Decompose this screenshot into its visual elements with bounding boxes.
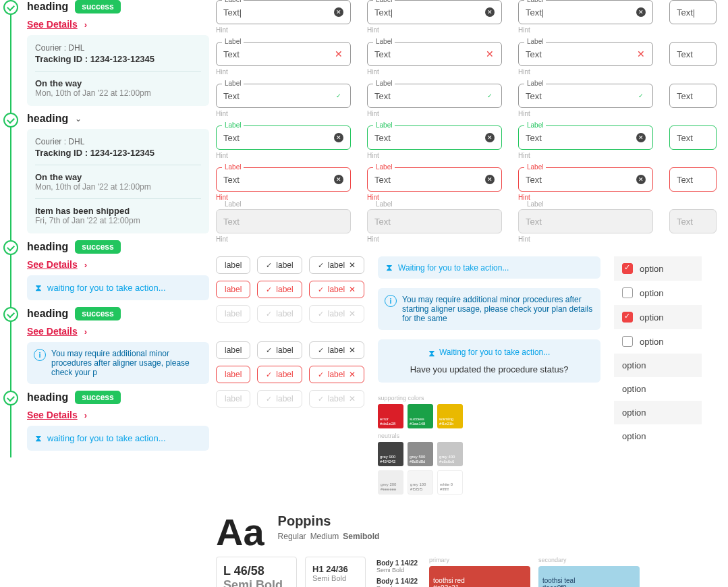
chip-disabled: label <box>216 390 250 408</box>
swatch-white: white 0#ffffff <box>437 470 463 495</box>
chip[interactable]: label <box>216 256 250 274</box>
swatch-grey200: grey 200#eeeeee <box>378 470 403 495</box>
text-field[interactable]: LabelText|✕ <box>216 0 351 24</box>
option-item[interactable]: option <box>614 401 702 424</box>
text-field-error[interactable]: LabelText✕ <box>216 167 351 192</box>
chip-disabled: ✓label <box>257 390 302 408</box>
error-x-icon[interactable]: ✕ <box>334 49 343 59</box>
swatch-grey500: grey 500#8d8d8d <box>408 442 433 466</box>
text-field[interactable]: Text| <box>669 0 717 24</box>
chip-red-check[interactable]: ✓label <box>257 366 302 383</box>
chip-disabled: ✓label✕ <box>309 390 364 408</box>
chip-check[interactable]: ✓label <box>257 256 302 274</box>
check-icon <box>3 307 18 322</box>
option-item[interactable]: option <box>614 329 702 354</box>
chip-check-close[interactable]: ✓label✕ <box>309 341 364 359</box>
error-x-icon[interactable]: ✕ <box>636 49 646 59</box>
chip-red-check-close[interactable]: ✓label✕ <box>309 366 364 383</box>
chip-red-check-close[interactable]: ✓label✕ <box>309 281 364 298</box>
chevron-right-icon: › <box>84 410 87 420</box>
text-field-error[interactable]: Text <box>669 167 717 192</box>
text-field[interactable]: LabelText|✕ <box>518 0 653 24</box>
chip-disabled: ✓label✕ <box>309 305 364 323</box>
swatch-success: success#1aa148 <box>408 404 433 428</box>
swatch-warning: warning#f1c21b <box>437 404 463 428</box>
swatch-error: error#da1e28 <box>378 404 403 428</box>
see-details-link[interactable]: See Details <box>27 326 78 337</box>
clear-icon[interactable]: ✕ <box>334 133 343 142</box>
chip[interactable]: label <box>216 341 250 359</box>
chip-disabled: ✓label <box>257 305 302 323</box>
option-item[interactable]: option <box>614 305 702 329</box>
chip-check[interactable]: ✓label <box>257 341 302 359</box>
text-field[interactable]: LabelText✕ <box>216 42 351 66</box>
text-field[interactable]: LabelText✓ <box>216 84 351 108</box>
option-item[interactable]: option <box>614 256 702 281</box>
clear-icon[interactable]: ✕ <box>334 7 343 17</box>
text-field-success[interactable]: LabelText✕ <box>518 125 653 150</box>
text-field-success[interactable]: Text <box>669 125 717 150</box>
text-field[interactable]: LabelText✕ <box>518 42 653 66</box>
close-icon: ✕ <box>349 345 356 355</box>
chevron-down-icon[interactable]: ⌄ <box>75 114 82 123</box>
see-details-link[interactable]: See Details <box>27 19 78 30</box>
chip-disabled: label <box>216 305 250 323</box>
heading: heading <box>27 241 68 253</box>
tracking-card-1: heading success See Details › Courier : … <box>0 0 209 106</box>
option-item[interactable]: option <box>614 354 702 377</box>
info-message: iYou may require additional minor proced… <box>378 288 600 330</box>
clear-icon[interactable]: ✕ <box>485 133 495 142</box>
option-item[interactable]: option <box>614 377 702 401</box>
text-field-success[interactable]: LabelText✕ <box>216 125 351 150</box>
question-card: ⧗Waiting for you to take action... Have … <box>378 339 600 383</box>
info-card: Courier : DHL Tracking ID : 1234-123-123… <box>27 35 209 106</box>
clear-icon[interactable]: ✕ <box>334 175 343 184</box>
text-field-error[interactable]: LabelText✕ <box>518 167 653 192</box>
text-field[interactable]: Text <box>669 84 717 108</box>
info-pill: i You may require additional minor proce… <box>27 342 209 384</box>
text-field-success[interactable]: LabelText✕ <box>367 125 502 150</box>
see-details-link[interactable]: See Details <box>27 410 78 420</box>
text-field-disabled: Text <box>669 209 717 233</box>
text-field-disabled: LabelText <box>367 209 502 233</box>
checkbox-icon <box>622 287 633 298</box>
tracking-card-3: heading success See Details › ⧗ waiting … <box>0 240 209 300</box>
option-item[interactable]: option <box>614 424 702 448</box>
chevron-right-icon: › <box>84 20 87 30</box>
check-icon <box>3 0 18 15</box>
text-field[interactable]: Text <box>669 42 717 66</box>
option-item[interactable]: option <box>614 281 702 305</box>
error-x-icon[interactable]: ✕ <box>485 49 495 59</box>
chip-check-close[interactable]: ✓label✕ <box>309 256 364 274</box>
see-details-link[interactable]: See Details <box>27 259 78 270</box>
swatch-grey400: grey 400#c6c6c6 <box>437 442 463 466</box>
clear-icon[interactable]: ✕ <box>485 7 495 17</box>
clear-icon[interactable]: ✕ <box>636 7 646 17</box>
options-list: option option option option option optio… <box>614 256 702 448</box>
hourglass-icon: ⧗ <box>386 262 393 273</box>
chip-red-check[interactable]: ✓label <box>257 281 302 298</box>
check-icon <box>3 113 18 128</box>
text-field[interactable]: LabelText✓ <box>518 84 653 108</box>
waiting-pill: ⧗ waiting for you to take action... <box>27 275 209 300</box>
chip-red[interactable]: label <box>216 281 250 298</box>
clear-icon[interactable]: ✕ <box>636 133 646 142</box>
waiting-pill: ⧗ waiting for you to take action... <box>27 426 209 451</box>
text-field[interactable]: LabelText✕ <box>367 42 502 66</box>
heading: heading <box>27 391 68 403</box>
info-card: Courier : DHL Tracking ID : 1234-123-123… <box>27 129 209 233</box>
secondary-colors: secondary toothsi teal#ace0f0 teal 600#c… <box>538 557 640 587</box>
text-field-error[interactable]: LabelText✕ <box>367 167 502 192</box>
chip-red[interactable]: label <box>216 366 250 383</box>
hourglass-icon: ⧗ <box>428 347 435 359</box>
text-field[interactable]: LabelText✓ <box>367 84 502 108</box>
text-field-disabled: LabelText <box>216 209 351 233</box>
hourglass-icon: ⧗ <box>35 282 42 294</box>
clear-icon[interactable]: ✕ <box>485 175 495 184</box>
close-icon: ✕ <box>349 260 356 270</box>
heading: heading <box>27 1 68 13</box>
type-scale-heading: H1 24/36 Semi Bold H1 24/36 Medium H2 20… <box>305 557 366 587</box>
text-field[interactable]: LabelText|✕ <box>367 0 502 24</box>
checkbox-checked-icon <box>622 263 633 274</box>
clear-icon[interactable]: ✕ <box>636 175 646 184</box>
